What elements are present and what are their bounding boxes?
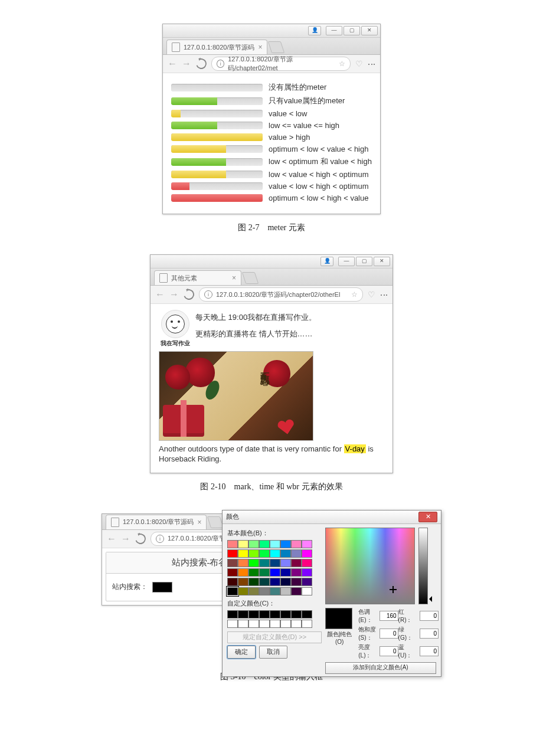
minimize-button[interactable]: — <box>338 257 355 266</box>
color-swatch[interactable] <box>259 549 270 558</box>
color-input[interactable] <box>152 582 172 593</box>
color-swatch[interactable] <box>227 587 238 595</box>
reload-button[interactable] <box>133 532 148 546</box>
cancel-button[interactable]: 取消 <box>259 646 287 659</box>
browser-tab[interactable]: 127.0.0.1:8020/章节源码 × <box>106 515 207 529</box>
close-button[interactable]: ✕ <box>361 26 378 35</box>
color-swatch[interactable] <box>248 587 259 595</box>
maximize-button[interactable]: ▢ <box>356 257 372 266</box>
green-input[interactable] <box>420 629 439 639</box>
color-swatch[interactable] <box>270 587 280 595</box>
color-swatch[interactable] <box>270 559 280 567</box>
color-swatch[interactable] <box>291 578 302 586</box>
color-swatch[interactable] <box>248 540 259 548</box>
luminance-slider[interactable] <box>418 528 428 604</box>
red-input[interactable] <box>420 611 439 621</box>
browser-tab[interactable]: 127.0.0.1:8020/章节源码 × <box>166 40 267 54</box>
forward-button[interactable]: → <box>182 58 191 69</box>
basic-colors-grid[interactable] <box>227 540 320 595</box>
color-swatch[interactable] <box>259 568 270 577</box>
color-swatch[interactable] <box>270 578 280 586</box>
menu-icon[interactable]: ⋮ <box>367 60 377 68</box>
back-button[interactable]: ← <box>155 289 165 300</box>
color-swatch[interactable] <box>302 587 312 595</box>
lum-input[interactable] <box>380 646 398 656</box>
site-info-icon[interactable]: i <box>217 60 224 68</box>
shield-icon[interactable]: ♡ <box>368 290 375 299</box>
color-swatch[interactable] <box>302 540 312 548</box>
site-info-icon[interactable]: i <box>156 535 164 543</box>
tab-close-icon[interactable]: × <box>258 44 262 51</box>
color-swatch[interactable] <box>227 578 238 586</box>
menu-icon[interactable]: ⋮ <box>380 291 389 299</box>
color-spectrum[interactable] <box>325 528 415 604</box>
reload-button[interactable] <box>194 57 208 71</box>
color-swatch[interactable] <box>227 540 238 548</box>
bookmark-icon[interactable]: ☆ <box>351 290 358 299</box>
color-swatch[interactable] <box>291 540 302 548</box>
color-swatch[interactable] <box>259 559 270 567</box>
dialog-close-button[interactable]: ✕ <box>418 512 437 522</box>
color-swatch[interactable] <box>227 568 238 577</box>
color-swatch[interactable] <box>280 549 291 558</box>
color-swatch[interactable] <box>248 559 259 567</box>
color-swatch[interactable] <box>238 549 248 558</box>
reload-button[interactable] <box>182 287 196 302</box>
custom-colors-grid[interactable] <box>227 610 320 628</box>
color-swatch[interactable] <box>291 549 302 558</box>
color-swatch[interactable] <box>302 559 312 567</box>
color-swatch[interactable] <box>302 568 312 577</box>
blue-input[interactable] <box>420 646 439 656</box>
color-swatch[interactable] <box>291 587 302 595</box>
color-swatch[interactable] <box>248 549 259 558</box>
new-tab-button[interactable] <box>268 41 284 53</box>
color-swatch[interactable] <box>280 559 291 567</box>
color-swatch[interactable] <box>227 549 238 558</box>
color-swatch[interactable] <box>270 540 280 548</box>
user-icon[interactable]: 👤 <box>308 26 321 35</box>
tab-close-icon[interactable]: × <box>232 274 236 282</box>
color-swatch[interactable] <box>238 559 248 567</box>
color-swatch[interactable] <box>238 568 248 577</box>
color-swatch[interactable] <box>238 540 248 548</box>
meter-row: 只有value属性的meter <box>171 96 372 106</box>
ok-button[interactable]: 确定 <box>227 646 256 659</box>
maximize-button[interactable]: ▢ <box>344 26 360 35</box>
color-swatch[interactable] <box>280 540 291 548</box>
minimize-button[interactable]: — <box>326 26 342 35</box>
add-to-custom-button[interactable]: 添加到自定义颜色(A) <box>325 662 436 674</box>
forward-button[interactable]: → <box>121 534 130 544</box>
address-bar[interactable]: i 127.0.0.1:8020/章节源码/chapter02/otherEl … <box>199 287 363 302</box>
bookmark-icon[interactable]: ☆ <box>339 60 345 68</box>
tab-close-icon[interactable]: × <box>197 519 201 526</box>
forward-button[interactable]: → <box>169 289 179 300</box>
color-swatch[interactable] <box>291 559 302 567</box>
color-swatch[interactable] <box>280 587 291 595</box>
color-swatch[interactable] <box>248 578 259 586</box>
color-swatch[interactable] <box>238 587 248 595</box>
color-swatch[interactable] <box>259 540 270 548</box>
color-swatch[interactable] <box>302 578 312 586</box>
back-button[interactable]: ← <box>107 534 116 544</box>
close-button[interactable]: ✕ <box>374 257 390 266</box>
color-swatch[interactable] <box>291 568 302 577</box>
color-swatch[interactable] <box>259 587 270 595</box>
site-info-icon[interactable]: i <box>204 290 212 299</box>
color-swatch[interactable] <box>259 578 270 586</box>
color-swatch[interactable] <box>238 578 248 586</box>
new-tab-button[interactable] <box>242 272 259 284</box>
color-swatch[interactable] <box>248 568 259 577</box>
shield-icon[interactable]: ♡ <box>355 59 363 68</box>
color-swatch[interactable] <box>227 559 238 567</box>
address-bar[interactable]: i 127.0.0.1:8020/章节源码/chapter02/met ☆ <box>211 57 351 71</box>
back-button[interactable]: ← <box>168 58 177 69</box>
color-swatch[interactable] <box>302 549 312 558</box>
hue-input[interactable] <box>380 611 398 621</box>
color-swatch[interactable] <box>270 549 280 558</box>
color-swatch[interactable] <box>280 578 291 586</box>
color-swatch[interactable] <box>280 568 291 577</box>
user-icon[interactable]: 👤 <box>320 257 333 266</box>
sat-input[interactable] <box>380 629 398 639</box>
browser-tab[interactable]: 其他元素 × <box>154 270 241 285</box>
color-swatch[interactable] <box>270 568 280 577</box>
